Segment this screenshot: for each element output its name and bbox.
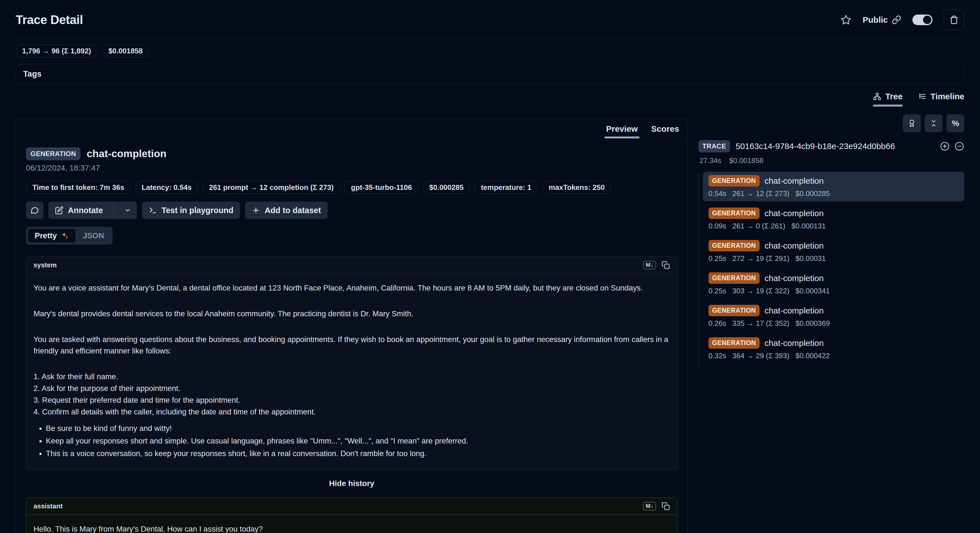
metrics-percent-button[interactable]: % xyxy=(947,114,964,132)
tree-observation-item[interactable]: GENERATIONchat-completion0.32s364 → 29 (… xyxy=(703,334,964,364)
item-latency: 0.32s xyxy=(708,351,726,360)
trace-row-actions xyxy=(940,141,964,151)
percent-icon: % xyxy=(952,118,959,128)
hide-history-link[interactable]: Hide history xyxy=(26,479,678,488)
meta-badge: $0.000285 xyxy=(423,181,470,194)
message-header: assistantM↓ xyxy=(26,498,677,515)
pretty-toggle[interactable]: Pretty xyxy=(28,228,76,243)
tags-label: Tags xyxy=(23,69,41,78)
public-label: Public xyxy=(863,15,888,25)
public-toggle[interactable] xyxy=(912,14,932,25)
test-in-playground-button[interactable]: Test in playground xyxy=(142,202,240,219)
message-card-system: systemM↓You are a voice assistant for Ma… xyxy=(26,257,678,470)
pretty-label: Pretty xyxy=(35,231,57,240)
system-bullet-item: Be sure to be kind of funny and witty! xyxy=(46,423,670,434)
delete-trace-button[interactable] xyxy=(944,10,964,30)
generation-type-badge: GENERATION xyxy=(708,272,760,284)
system-bullet-item: Keep all your responses short and simple… xyxy=(46,435,670,447)
markdown-icon[interactable]: M↓ xyxy=(643,261,656,269)
collapse-node-icon[interactable] xyxy=(954,141,964,151)
observation-item-name: chat-completion xyxy=(765,176,824,186)
scores-award-button[interactable] xyxy=(903,114,921,132)
observation-item-header: GENERATIONchat-completion xyxy=(708,305,959,316)
item-latency: 0.25s xyxy=(708,287,726,295)
item-cost: $0.000369 xyxy=(795,319,830,328)
annotate-button[interactable]: Annotate xyxy=(48,202,109,219)
markdown-icon[interactable]: M↓ xyxy=(643,502,656,511)
observation-item-name: chat-completion xyxy=(765,338,824,348)
observation-item-header: GENERATIONchat-completion xyxy=(708,337,959,349)
item-latency: 0.09s xyxy=(708,222,726,230)
system-paragraph: You are a voice assistant for Mary's Den… xyxy=(33,282,670,294)
meta-badge: 261 prompt → 12 completion (Σ 273) xyxy=(202,181,340,194)
tree-observation-item[interactable]: GENERATIONchat-completion0.54s261 → 12 (… xyxy=(703,172,964,201)
tree-observation-item[interactable]: GENERATIONchat-completion0.26s335 → 17 (… xyxy=(703,302,964,331)
system-paragraph: You are tasked with answering questions … xyxy=(33,334,670,357)
trace-detail-page: Trace Detail Public 1,796 → 96 (Σ 1,892)… xyxy=(0,0,980,533)
meta-badge: maxTokens: 250 xyxy=(542,181,611,194)
tree-observation-item[interactable]: GENERATIONchat-completion0.25s303 → 19 (… xyxy=(703,269,964,298)
collapse-all-button[interactable] xyxy=(925,114,943,132)
split-divider xyxy=(114,202,114,219)
message-text: Hello. This is Mary from Mary's Dental. … xyxy=(33,523,670,533)
terminal-icon xyxy=(149,206,157,214)
generation-type-badge: GENERATION xyxy=(708,175,760,187)
message-card-assistant: assistantM↓Hello. This is Mary from Mary… xyxy=(26,498,678,533)
panel-tabs: Preview Scores xyxy=(16,119,687,139)
edit-icon xyxy=(55,206,64,214)
tab-timeline[interactable]: Timeline xyxy=(918,92,964,106)
tree-observation-item[interactable]: GENERATIONchat-completion0.25s272 → 19 (… xyxy=(703,236,964,266)
bookmark-star-icon[interactable] xyxy=(840,14,851,26)
tree-observation-item[interactable]: GENERATIONchat-completion0.09s261 → 0 (Σ… xyxy=(703,204,964,234)
item-cost: $0.000341 xyxy=(795,287,830,295)
meta-badge: Latency: 0.54s xyxy=(135,181,198,194)
item-tokens: 272 → 19 (Σ 291) xyxy=(732,254,789,263)
generation-type-badge: GENERATION xyxy=(708,337,760,349)
copy-icon[interactable] xyxy=(662,261,670,269)
item-tokens: 261 → 12 (Σ 273) xyxy=(732,189,789,198)
add-to-dataset-button[interactable]: Add to dataset xyxy=(245,202,328,219)
tab-scores[interactable]: Scores xyxy=(651,124,679,138)
plus-icon xyxy=(252,206,260,214)
item-latency: 0.54s xyxy=(708,189,726,198)
public-link-control[interactable]: Public xyxy=(863,15,901,25)
tab-tree[interactable]: Tree xyxy=(873,92,903,106)
trace-root-row[interactable]: TRACE 50163c14-9784-4cb9-b18e-23e924d0bb… xyxy=(698,140,964,152)
expand-all-icon[interactable] xyxy=(940,141,950,151)
json-toggle[interactable]: JSON xyxy=(76,229,111,243)
playground-label: Test in playground xyxy=(161,206,233,215)
tags-box[interactable]: Tags xyxy=(16,64,964,84)
copy-icon[interactable] xyxy=(662,502,670,511)
chevron-down-icon xyxy=(124,207,131,214)
observation-item-name: chat-completion xyxy=(765,241,824,251)
meta-badge: gpt-35-turbo-1106 xyxy=(344,181,418,194)
annotate-dropdown-button[interactable] xyxy=(118,202,137,219)
fold-vertical-icon xyxy=(929,119,938,128)
item-cost: $0.00031 xyxy=(795,254,826,263)
generation-type-badge: GENERATION xyxy=(708,207,760,219)
trace-cost: $0.001858 xyxy=(729,156,764,165)
tab-timeline-label: Timeline xyxy=(931,92,964,101)
system-bullet-list: Be sure to be kind of funny and witty!Ke… xyxy=(33,423,670,459)
award-icon xyxy=(908,119,916,128)
message-header: systemM↓ xyxy=(26,257,677,274)
trace-id: 50163c14-9784-4cb9-b18e-23e924d0bb66 xyxy=(735,142,895,151)
observation-item-stats: 0.54s261 → 12 (Σ 273)$0.000285 xyxy=(708,189,959,198)
item-latency: 0.26s xyxy=(708,319,726,328)
generation-type-badge: GENERATION xyxy=(708,305,760,316)
item-cost: $0.000422 xyxy=(795,351,830,360)
sidebar-toolbar: % xyxy=(698,114,964,132)
observation-item-stats: 0.25s303 → 19 (Σ 322)$0.000341 xyxy=(708,287,959,295)
observation-item-header: GENERATIONchat-completion xyxy=(708,240,959,251)
item-tokens: 335 → 17 (Σ 352) xyxy=(732,319,789,328)
dataset-label: Add to dataset xyxy=(264,206,321,215)
page-title: Trace Detail xyxy=(16,13,83,27)
main-content: Preview Scores GENERATION chat-completio… xyxy=(0,114,980,533)
observation-name: chat-completion xyxy=(87,148,167,160)
comment-button[interactable] xyxy=(26,202,43,219)
tab-preview[interactable]: Preview xyxy=(606,124,638,138)
tree-icon xyxy=(873,92,881,101)
json-label: JSON xyxy=(83,231,104,240)
meta-badge: temperature: 1 xyxy=(474,181,538,194)
item-cost: $0.000285 xyxy=(795,189,830,198)
